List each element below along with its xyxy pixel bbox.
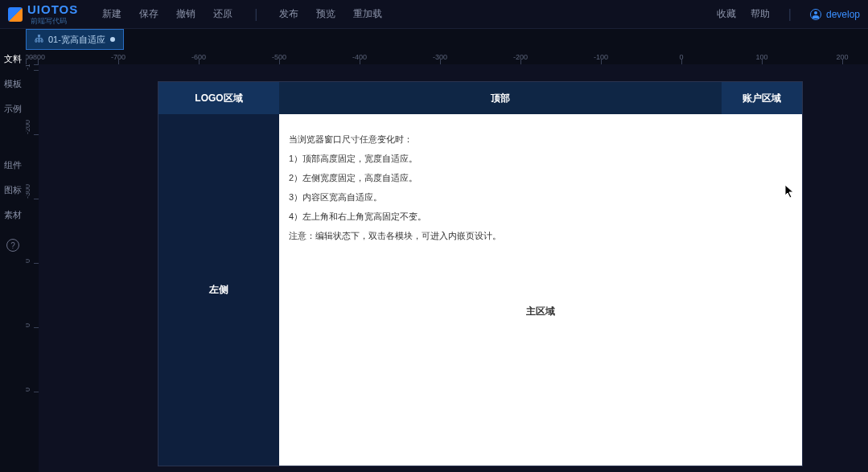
toolbar-left-group: 新建 保存 撤销 还原 | 发布 预览 重加载	[102, 7, 382, 22]
favorite-button[interactable]: 收藏	[717, 7, 736, 21]
sidebar-item-file[interactable]: 文料	[4, 54, 22, 64]
region-top-row: LOGO区域 顶部 账户区域	[158, 82, 802, 114]
region-left[interactable]: 左侧	[158, 114, 279, 466]
user-icon	[810, 9, 821, 20]
tab-label: 01-宽高自适应	[48, 34, 105, 46]
brand-tagline: 前端写代码	[31, 16, 78, 27]
separator: |	[254, 7, 257, 22]
sidebar-item-template[interactable]: 模板	[4, 79, 22, 89]
sidebar-item-component[interactable]: 组件	[4, 160, 22, 170]
user-name: develop	[826, 9, 860, 20]
canvas[interactable]: -900 -800 -700 -600 -500 -400 -300 -200 …	[26, 50, 868, 472]
publish-button[interactable]: 发布	[279, 7, 298, 22]
user-menu[interactable]: develop	[810, 9, 860, 20]
region-account[interactable]: 账户区域	[722, 82, 802, 114]
help-button[interactable]: 帮助	[751, 7, 770, 21]
left-sidebar: 文料 模板 示例 组件 图标 素材 ?	[0, 50, 26, 472]
preview-button[interactable]: 预览	[316, 7, 335, 22]
tab-bar: 01-宽高自适应	[0, 29, 868, 50]
new-button[interactable]: 新建	[102, 7, 121, 22]
top-toolbar: UIOTOS 前端写代码 新建 保存 撤销 还原 | 发布 预览 重加载 收藏 …	[0, 0, 868, 29]
region-body-row: 左侧 当浏览器窗口尺寸任意变化时： 1）顶部高度固定，宽度自适应。 2）左侧宽度…	[158, 114, 802, 466]
save-button[interactable]: 保存	[139, 7, 158, 22]
help-icon[interactable]: ?	[6, 239, 19, 252]
region-logo[interactable]: LOGO区域	[158, 82, 279, 114]
region-header[interactable]: 顶部	[279, 82, 722, 114]
horizontal-ruler: -900 -800 -700 -600 -500 -400 -300 -200 …	[26, 50, 868, 64]
tab-modified-dot-icon	[110, 37, 115, 42]
tab-adaptive-layout[interactable]: 01-宽高自适应	[26, 29, 124, 50]
vertical-ruler: 0 -100 -200 -300 0 0 0	[26, 64, 39, 472]
reload-button[interactable]: 重加载	[353, 7, 382, 22]
sidebar-item-example[interactable]: 示例	[4, 104, 22, 114]
redo-button[interactable]: 还原	[213, 7, 232, 22]
brand-logo-icon	[8, 7, 23, 22]
instructions-text: 当浏览器窗口尺寸任意变化时： 1）顶部高度固定，宽度自适应。 2）左侧宽度固定，…	[289, 129, 501, 246]
undo-button[interactable]: 撤销	[176, 7, 195, 22]
separator: |	[788, 7, 792, 22]
region-main-label: 主区域	[526, 304, 555, 318]
brand-name: UIOTOS	[27, 2, 78, 16]
sidebar-item-icon[interactable]: 图标	[4, 185, 22, 195]
sidebar-item-material[interactable]: 素材	[4, 210, 22, 220]
design-surface[interactable]: LOGO区域 顶部 账户区域 左侧 当浏览器窗口尺寸任意变化时： 1）顶部高度固…	[158, 82, 802, 466]
region-main[interactable]: 当浏览器窗口尺寸任意变化时： 1）顶部高度固定，宽度自适应。 2）左侧宽度固定，…	[279, 114, 802, 466]
sitemap-icon	[35, 35, 43, 45]
toolbar-right-group: 收藏 帮助 | develop	[717, 7, 860, 22]
brand[interactable]: UIOTOS 前端写代码	[8, 2, 78, 27]
